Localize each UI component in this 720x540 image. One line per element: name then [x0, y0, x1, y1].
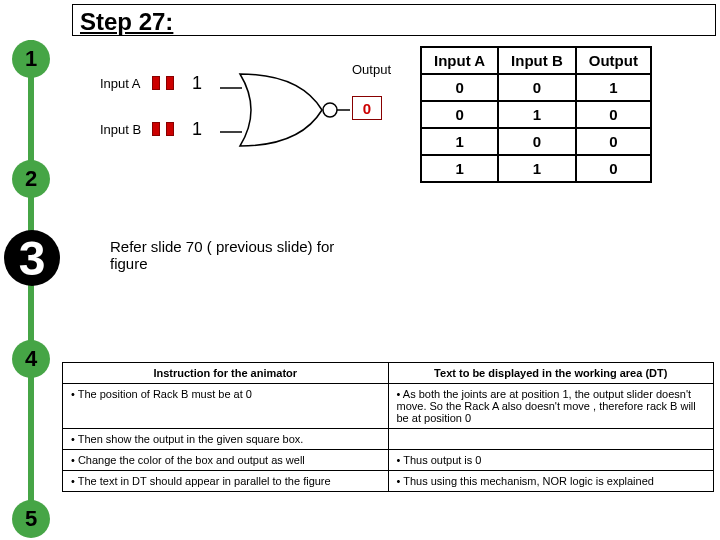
- truth-cell: 0: [576, 101, 651, 128]
- truth-cell: 0: [498, 74, 576, 101]
- th-a: Input A: [421, 47, 498, 74]
- truth-cell: 0: [421, 74, 498, 101]
- led-b: [150, 122, 176, 136]
- refer-note: Refer slide 70 ( previous slide) for fig…: [110, 238, 370, 272]
- step-bullet-4: 4: [12, 340, 50, 378]
- dt-cell: • As both the joints are at position 1, …: [388, 384, 714, 429]
- instruction-cell: • Change the color of the box and output…: [63, 450, 389, 471]
- led-a: [150, 76, 176, 90]
- instruction-cell: • Then show the output in the given squa…: [63, 429, 389, 450]
- th-out: Output: [576, 47, 651, 74]
- truth-cell: 1: [421, 128, 498, 155]
- instruction-table: Instruction for the animator Text to be …: [62, 362, 714, 492]
- svg-point-2: [323, 103, 337, 117]
- step-bullet-5: 5: [12, 500, 50, 538]
- dt-cell: • Thus output is 0: [388, 450, 714, 471]
- truth-table: Input A Input B Output 001010100110: [420, 46, 652, 183]
- output-label: Output: [352, 62, 391, 77]
- step-title: Step 27:: [80, 8, 173, 36]
- input-b-bit: 1: [192, 119, 202, 140]
- th-instruction: Instruction for the animator: [63, 363, 389, 384]
- truth-cell: 0: [421, 101, 498, 128]
- instruction-cell: • The text in DT should appear in parall…: [63, 471, 389, 492]
- input-a-row: Input A 1: [100, 68, 202, 98]
- step-bullet-2: 2: [12, 160, 50, 198]
- truth-cell: 1: [498, 155, 576, 182]
- output-value-box: 0: [352, 96, 382, 120]
- input-a-bit: 1: [192, 73, 202, 94]
- inputs-block: Input A 1 Input B 1: [100, 68, 202, 160]
- truth-cell: 1: [498, 101, 576, 128]
- gate-area: Output 0: [220, 60, 410, 170]
- instruction-cell: • The position of Rack B must be at 0: [63, 384, 389, 429]
- th-b: Input B: [498, 47, 576, 74]
- input-b-label: Input B: [100, 122, 150, 137]
- truth-cell: 1: [576, 74, 651, 101]
- truth-cell: 0: [576, 155, 651, 182]
- input-a-label: Input A: [100, 76, 150, 91]
- truth-cell: 0: [576, 128, 651, 155]
- dt-cell: • Thus using this mechanism, NOR logic i…: [388, 471, 714, 492]
- step-bullet-1: 1: [12, 40, 50, 78]
- truth-cell: 1: [421, 155, 498, 182]
- th-dt: Text to be displayed in the working area…: [388, 363, 714, 384]
- truth-cell: 0: [498, 128, 576, 155]
- input-b-row: Input B 1: [100, 114, 202, 144]
- step-bullet-3: 3: [4, 230, 60, 286]
- dt-cell: [388, 429, 714, 450]
